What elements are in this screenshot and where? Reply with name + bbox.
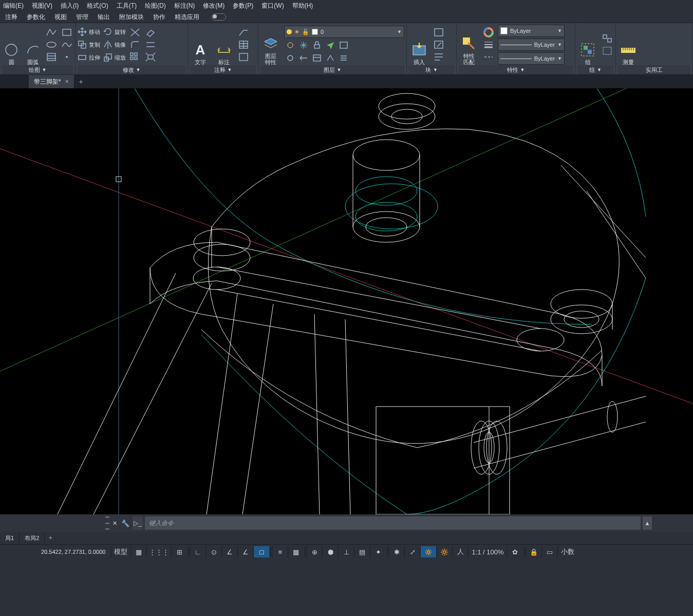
new-tab-button[interactable]: + [74,75,88,88]
menu-tools[interactable]: 工具(T) [117,2,137,10]
layer-match-icon[interactable] [338,40,350,51]
coordinates-readout[interactable]: 20.5422, 27.2731, 0.0000 [0,549,110,555]
annotation-monitor-icon[interactable]: 人 [452,546,468,557]
menu-view[interactable]: 视图(V) [32,2,52,10]
explode-icon[interactable] [144,51,157,63]
mtext-icon[interactable] [237,51,250,63]
ribtab-manage[interactable]: 管理 [76,13,88,22]
ribtab-param[interactable]: 参数化 [27,13,45,22]
osnap-tracking-icon[interactable]: ∠ [237,546,253,557]
lock-ui-icon[interactable]: 🔒 [526,546,541,557]
polar-icon[interactable]: ⊙ [205,546,221,557]
layer-off-icon[interactable] [284,40,296,51]
chevron-down-icon[interactable]: ▼ [42,67,47,72]
linetype-icon[interactable] [482,51,495,63]
polyline-icon[interactable] [45,27,58,38]
menu-window[interactable]: 窗口(W) [261,2,284,10]
btn-text[interactable]: A 文字 [190,24,211,65]
btn-scale[interactable]: 缩放 [103,52,126,63]
wrench-icon[interactable]: 🔧 [120,519,130,527]
create-block-icon[interactable] [433,27,445,38]
auto-scale-icon[interactable]: ⤢ [404,546,420,557]
ribtab-view[interactable]: 视图 [54,13,67,22]
lineweight-combo[interactable]: ByLayer▼ [498,38,565,51]
3d-osnap-icon[interactable]: ⬢ [322,546,338,557]
rect-icon[interactable] [61,27,73,38]
layout-tab-2[interactable]: 布局2 [20,532,45,544]
lineweight-icon[interactable] [482,39,495,50]
btn-dim[interactable]: 标注 [214,24,234,65]
add-layout-button[interactable]: + [45,532,56,544]
osnap-icon[interactable]: □ [253,546,269,557]
btn-circle[interactable]: 圆 [2,24,21,65]
layer-freeze-icon[interactable] [297,40,310,51]
infer-icon[interactable]: ⊞ [171,546,187,557]
close-icon[interactable]: ✕ [111,520,118,527]
chevron-down-icon[interactable]: ▼ [520,67,525,72]
scale-readout[interactable]: 1:1 / 100% [468,546,507,557]
trim-icon[interactable] [129,27,141,38]
menu-edit[interactable]: 编辑(E) [3,2,24,10]
snap-icon[interactable]: ⋮⋮⋮ [146,546,171,557]
recent-commands-button[interactable]: ▷_ [133,516,143,530]
units-readout[interactable]: 小数 [557,546,577,557]
btn-stretch[interactable]: 拉伸 [78,52,100,63]
layer-merge-icon[interactable] [338,52,350,64]
layer-state-icon[interactable] [311,52,323,64]
annotation-visibility-icon[interactable]: ✱ [388,546,404,557]
ribtab-feat[interactable]: 精选应用 [175,13,199,22]
linetype-combo[interactable]: ByLayer▼ [498,52,565,65]
ortho-icon[interactable]: ∟ [190,546,205,557]
drawing-viewport[interactable] [0,88,693,514]
grip-icon[interactable] [105,516,109,530]
menu-format[interactable]: 格式(O) [87,2,108,10]
menu-dim[interactable]: 标注(N) [174,2,195,10]
ribtab-collab[interactable]: 协作 [153,13,165,22]
array-icon[interactable] [129,51,141,63]
table-icon[interactable] [237,39,250,50]
layer-walk-icon[interactable] [324,52,336,64]
attr-edit-icon[interactable] [433,51,445,63]
point-icon[interactable] [61,51,73,63]
layer-iso-icon[interactable] [284,52,296,64]
ribtab-output[interactable]: 输出 [98,13,110,22]
workspace-icon[interactable]: 🔆 [436,546,452,557]
dynamic-ucs-icon[interactable]: ⊥ [338,546,354,557]
command-input[interactable]: 键入命令 [145,516,641,530]
chevron-down-icon[interactable]: ▼ [337,67,342,72]
layer-prev-icon[interactable] [297,52,310,64]
layout-tab-1[interactable]: 局1 [0,532,20,544]
menu-insert[interactable]: 插入(I) [61,2,79,10]
layer-combo[interactable]: ☀ 🔓 0 ▼ [284,26,404,38]
spline-icon[interactable] [61,39,73,50]
selection-filter-icon[interactable]: ▤ [354,546,370,557]
btn-match-prop[interactable]: 特性 匹配 [459,24,479,65]
chevron-down-icon[interactable]: ▼ [597,67,602,72]
hatch-icon[interactable] [45,51,58,63]
layer-make-current-icon[interactable] [324,40,336,51]
group-edit-icon[interactable] [601,45,613,56]
close-icon[interactable]: × [65,78,69,85]
btn-copy[interactable]: 复制 [78,39,100,50]
btn-layer-properties[interactable]: 图层 特性 [260,24,281,65]
lineweight-display-icon[interactable]: ≡ [272,546,288,557]
menu-modify[interactable]: 修改(M) [203,2,224,10]
ungroup-icon[interactable] [601,33,613,44]
chevron-down-icon[interactable]: ▼ [136,67,141,72]
command-history-button[interactable]: ▲ [643,516,652,530]
ribtab-addin[interactable]: 附加模块 [119,13,144,22]
color-wheel-icon[interactable] [482,27,495,38]
units-icon[interactable]: ▭ [541,546,557,557]
btn-rotate[interactable]: 旋转 [103,26,126,37]
ribtab-ann[interactable]: 注释 [5,13,17,22]
leader-icon[interactable] [237,27,250,38]
edit-block-icon[interactable] [433,39,445,50]
workspace-switch-icon[interactable]: ✿ [507,546,523,557]
btn-group[interactable]: 组 [577,24,598,65]
offset-icon[interactable] [144,39,157,50]
chevron-down-icon[interactable]: ▼ [433,67,438,72]
grid-icon[interactable]: ▦ [130,546,146,557]
cycling-icon[interactable]: ⊕ [306,546,322,557]
chevron-down-icon[interactable]: ▼ [228,67,232,72]
ribbon-toggle-switch[interactable] [212,13,226,21]
